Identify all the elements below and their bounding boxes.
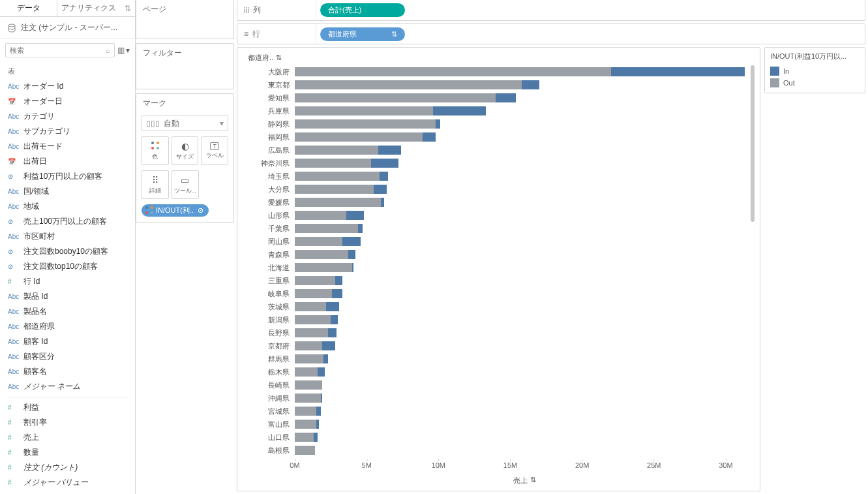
- bar-row[interactable]: 長崎県: [243, 378, 755, 392]
- bar-row[interactable]: 静岡県: [243, 117, 755, 131]
- bar-row[interactable]: 埼玉県: [243, 170, 755, 183]
- bar-row[interactable]: 千葉県: [243, 222, 755, 235]
- bar-row[interactable]: 群馬県: [243, 352, 755, 365]
- field-売上100万円以上の顧客[interactable]: ⊘売上100万円以上の顧客: [0, 214, 135, 229]
- bar-segment-in[interactable]: [331, 315, 338, 324]
- bar-row[interactable]: 愛知県: [243, 91, 755, 104]
- bar-row[interactable]: 愛媛県: [243, 196, 755, 209]
- color-button[interactable]: 色: [142, 136, 169, 165]
- bar-segment-in[interactable]: [371, 159, 398, 168]
- bar-segment-in[interactable]: [378, 146, 401, 155]
- bar-segment-in[interactable]: [346, 211, 363, 220]
- bar-segment-out[interactable]: [295, 289, 332, 298]
- bar-segment-in[interactable]: [374, 185, 387, 194]
- bar-segment-in[interactable]: [348, 250, 355, 259]
- field-出荷モード[interactable]: Abc出荷モード: [0, 139, 135, 154]
- bar-segment-out[interactable]: [295, 367, 318, 377]
- bar-segment-out[interactable]: [295, 302, 326, 311]
- scrollbar[interactable]: [751, 65, 755, 222]
- x-axis-title[interactable]: 売上 ⇅: [243, 474, 755, 486]
- bar-segment-out[interactable]: [295, 172, 380, 181]
- bar-row[interactable]: 京都府: [243, 339, 755, 352]
- bar-segment-in[interactable]: [380, 172, 388, 181]
- bar-segment-in[interactable]: [316, 420, 319, 429]
- bar-row[interactable]: 山形県: [243, 209, 755, 222]
- chart-area[interactable]: 大阪府東京都愛知県兵庫県静岡県福岡県広島県神奈川県埼玉県大分県愛媛県山形県千葉県…: [243, 65, 755, 459]
- field-利益10万円以上の顧客[interactable]: ⊘利益10万円以上の顧客: [0, 169, 135, 184]
- field-オーダー Id[interactable]: Abcオーダー Id: [0, 79, 135, 94]
- bar-row[interactable]: 神奈川県: [243, 157, 755, 170]
- field-顧客名[interactable]: Abc顧客名: [0, 364, 135, 379]
- field-行 Id[interactable]: #行 Id: [0, 274, 135, 289]
- bar-row[interactable]: 大阪府: [243, 65, 755, 78]
- field-製品名[interactable]: Abc製品名: [0, 304, 135, 319]
- bar-row[interactable]: 福岡県: [243, 131, 755, 144]
- bar-segment-in[interactable]: [321, 394, 322, 403]
- rows-pill[interactable]: 都道府県 ⇅: [320, 27, 405, 41]
- bar-row[interactable]: 島根県: [243, 444, 755, 457]
- bar-segment-out[interactable]: [295, 106, 433, 116]
- search-input[interactable]: [10, 46, 106, 54]
- field-割引率[interactable]: #割引率: [0, 415, 135, 430]
- field-都道府県[interactable]: Abc都道府県: [0, 319, 135, 334]
- field-顧客 Id[interactable]: Abc顧客 Id: [0, 334, 135, 349]
- rows-shelf[interactable]: ≡ 行 都道府県 ⇅: [237, 23, 865, 44]
- bar-row[interactable]: 東京都: [243, 78, 755, 91]
- detail-button[interactable]: ⠿ 詳細: [142, 170, 169, 199]
- bar-segment-in[interactable]: [318, 367, 325, 377]
- bar-segment-out[interactable]: [295, 185, 374, 194]
- bar-row[interactable]: 大分県: [243, 183, 755, 196]
- bar-segment-in[interactable]: [316, 407, 321, 416]
- bar-segment-in[interactable]: [358, 224, 363, 233]
- columns-shelf[interactable]: iii 列 合計(売上): [237, 0, 865, 21]
- bar-segment-out[interactable]: [295, 146, 378, 155]
- bar-row[interactable]: 三重県: [243, 274, 755, 287]
- search-box[interactable]: ⌕: [5, 43, 115, 57]
- filters-card[interactable]: フィルター: [136, 43, 234, 89]
- field-注文 (カウント)[interactable]: #注文 (カウント): [0, 460, 135, 475]
- field-国/領域[interactable]: Abc国/領域: [0, 184, 135, 199]
- bar-segment-out[interactable]: [295, 237, 342, 246]
- bar-segment-in[interactable]: [314, 433, 318, 442]
- bar-row[interactable]: 沖縄県: [243, 392, 755, 405]
- color-legend[interactable]: IN/OUT(利益10万円以... In Out: [764, 47, 865, 93]
- color-pill[interactable]: IN/OUT(利.. ⊘: [142, 204, 209, 217]
- bar-segment-out[interactable]: [295, 119, 436, 129]
- bar-segment-out[interactable]: [295, 341, 322, 350]
- bar-row[interactable]: 広島県: [243, 144, 755, 157]
- bar-segment-out[interactable]: [295, 433, 314, 442]
- field-利益[interactable]: #利益: [0, 400, 135, 415]
- bar-segment-out[interactable]: [295, 250, 348, 259]
- bar-row[interactable]: 北海道: [243, 261, 755, 274]
- bar-segment-in[interactable]: [332, 289, 342, 298]
- tooltip-button[interactable]: ▭ ツール...: [172, 170, 199, 199]
- field-サブカテゴリ[interactable]: Abcサブカテゴリ: [0, 124, 135, 139]
- bar-row[interactable]: 茨城県: [243, 300, 755, 313]
- field-数量[interactable]: #数量: [0, 445, 135, 460]
- bar-segment-out[interactable]: [295, 198, 381, 207]
- bar-row[interactable]: 富山県: [243, 418, 755, 431]
- bar-segment-in[interactable]: [381, 198, 383, 207]
- bar-segment-out[interactable]: [295, 276, 335, 285]
- bar-segment-out[interactable]: [295, 354, 323, 363]
- label-button[interactable]: T ラベル: [201, 136, 228, 165]
- datasource-row[interactable]: 注文 (サンプル - スーパー...: [0, 17, 135, 39]
- field-メジャー バリュー[interactable]: #メジャー バリュー: [0, 475, 135, 490]
- bar-segment-in[interactable]: [322, 341, 335, 350]
- bar-row[interactable]: 青森県: [243, 248, 755, 261]
- bar-row[interactable]: 兵庫県: [243, 104, 755, 117]
- bar-segment-out[interactable]: [295, 407, 316, 416]
- field-市区町村[interactable]: Abc市区町村: [0, 229, 135, 244]
- bar-segment-in[interactable]: [522, 80, 539, 89]
- field-オーダー日[interactable]: 📅オーダー日: [0, 94, 135, 109]
- bar-segment-out[interactable]: [295, 211, 346, 220]
- field-メジャー ネーム[interactable]: Abcメジャー ネーム: [0, 379, 135, 394]
- field-地域[interactable]: Abc地域: [0, 199, 135, 214]
- bar-segment-out[interactable]: [295, 224, 358, 233]
- bar-segment-in[interactable]: [328, 328, 337, 337]
- bar-segment-in[interactable]: [326, 302, 339, 311]
- bar-row[interactable]: 栃木県: [243, 365, 755, 378]
- row-header[interactable]: 都道府.. ⇅: [243, 53, 755, 65]
- view-mode-toggle[interactable]: ▥▾: [117, 46, 130, 55]
- legend-item-in[interactable]: In: [770, 65, 860, 77]
